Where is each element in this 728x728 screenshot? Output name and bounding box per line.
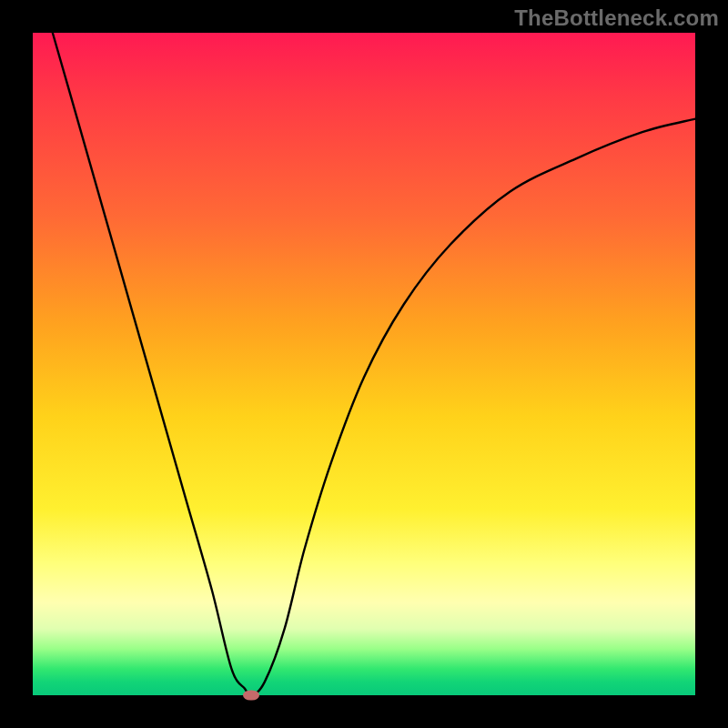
- watermark-text: TheBottleneck.com: [514, 5, 719, 31]
- bottleneck-curve: [53, 33, 695, 695]
- curve-layer: [33, 33, 695, 695]
- plot-area: [33, 33, 695, 695]
- min-point-marker: [243, 691, 259, 701]
- chart-frame: TheBottleneck.com: [0, 0, 728, 728]
